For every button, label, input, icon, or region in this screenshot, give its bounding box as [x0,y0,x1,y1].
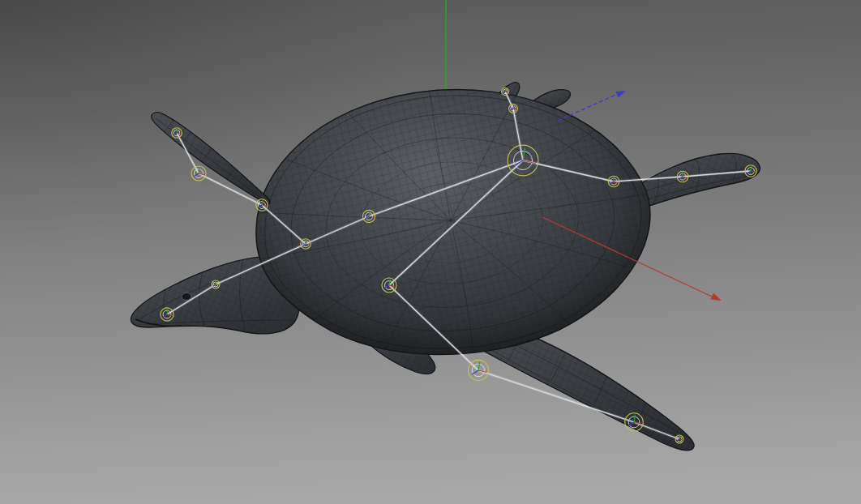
rig-joint-tail-tip[interactable] [502,88,509,96]
rig-joint-tail[interactable] [509,105,518,113]
rig-joint-tip[interactable] [675,435,683,443]
viewport-3d[interactable] [0,0,861,504]
rig-joint-neck[interactable] [212,280,220,288]
